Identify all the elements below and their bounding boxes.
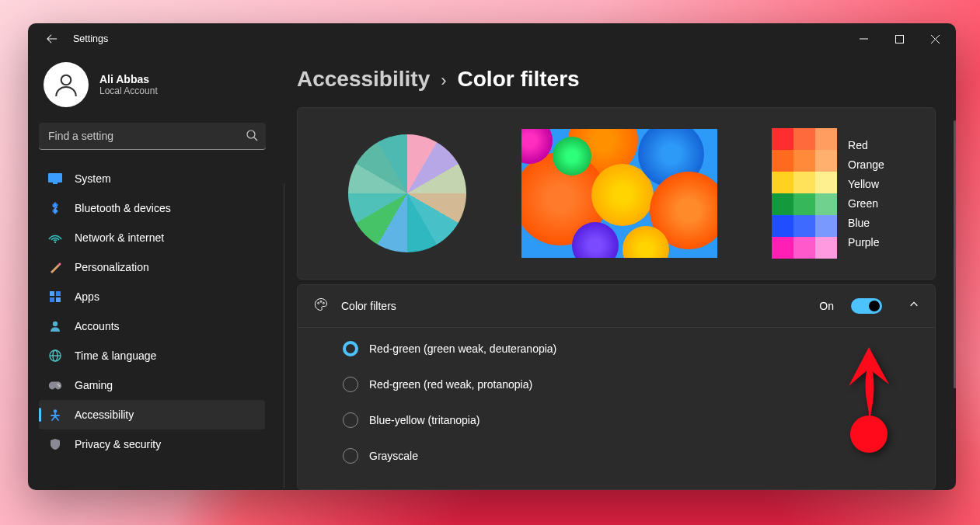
swatch-cell xyxy=(793,237,815,259)
breadcrumb-parent[interactable]: Accessibility xyxy=(297,67,430,92)
radio-icon xyxy=(343,341,358,356)
nav-label: System xyxy=(75,172,111,185)
nav-label: Time & language xyxy=(75,349,156,362)
swatch-cell xyxy=(815,172,837,193)
svg-point-22 xyxy=(320,301,322,302)
svg-line-6 xyxy=(254,137,257,141)
sidebar-item-network-internet[interactable]: Network & internet xyxy=(39,223,265,252)
svg-point-4 xyxy=(61,75,71,85)
swatch-cell xyxy=(793,193,815,215)
chevron-right-icon: › xyxy=(441,71,446,91)
chevron-up-icon[interactable] xyxy=(909,299,919,313)
swatch-cell xyxy=(793,128,815,150)
radio-icon xyxy=(343,377,358,392)
nav-icon xyxy=(48,349,62,363)
nav-label: Accessibility xyxy=(75,409,134,421)
svg-point-5 xyxy=(247,130,255,138)
svg-rect-10 xyxy=(50,291,54,296)
svg-point-23 xyxy=(323,302,324,304)
filter-option[interactable]: Red-green (red weak, protanopia) xyxy=(343,367,919,402)
minimize-button[interactable] xyxy=(846,23,881,54)
filter-option[interactable]: Grayscale xyxy=(343,438,919,474)
back-button[interactable] xyxy=(42,29,62,49)
sidebar-item-time-language[interactable]: Time & language xyxy=(39,341,265,370)
search-field[interactable] xyxy=(39,123,266,150)
swatch-cell xyxy=(815,150,837,172)
user-name: Ali Abbas xyxy=(99,73,158,85)
profile[interactable]: Ali Abbas Local Account xyxy=(39,54,266,123)
app-title: Settings xyxy=(73,33,108,44)
sidebar-item-bluetooth-devices[interactable]: Bluetooth & devices xyxy=(39,193,265,223)
account-type: Local Account xyxy=(99,85,158,96)
nav-label: Personalization xyxy=(75,261,149,273)
color-filters-toggle-row[interactable]: Color filters On xyxy=(298,285,935,327)
svg-point-14 xyxy=(53,322,58,326)
svg-rect-1 xyxy=(895,35,903,43)
nav-icon xyxy=(48,378,62,392)
toggle-state-text: On xyxy=(819,300,834,312)
svg-point-21 xyxy=(318,302,319,304)
sidebar-item-privacy-security[interactable]: Privacy & security xyxy=(39,429,265,459)
swatch-cell xyxy=(815,237,837,259)
nav-label: Apps xyxy=(75,290,99,303)
swatch-labels: RedOrangeYellowGreenBluePurple xyxy=(848,139,884,249)
search-icon xyxy=(246,129,258,144)
sidebar-item-personalization[interactable]: Personalization xyxy=(39,252,265,282)
nav-icon xyxy=(48,172,62,186)
breadcrumb: Accessibility › Color filters xyxy=(297,67,936,92)
sidebar-item-apps[interactable]: Apps xyxy=(39,282,265,311)
swatch-label: Green xyxy=(848,197,884,210)
nav-label: Accounts xyxy=(75,320,120,332)
nav-label: Gaming xyxy=(75,379,113,391)
sidebar-item-accounts[interactable]: Accounts xyxy=(39,311,265,341)
swatch-cell xyxy=(793,150,815,172)
svg-rect-12 xyxy=(50,297,54,302)
setting-label: Color filters xyxy=(341,300,807,312)
swatch-label: Blue xyxy=(848,217,884,229)
option-label: Blue-yellow (tritanopia) xyxy=(369,414,480,426)
svg-point-18 xyxy=(58,384,59,385)
swatch-cell xyxy=(772,150,793,172)
radio-icon xyxy=(343,448,358,464)
swatch-grid xyxy=(772,128,837,259)
svg-rect-8 xyxy=(53,183,58,184)
preview-card: RedOrangeYellowGreenBluePurple xyxy=(297,107,936,280)
swatch-cell xyxy=(772,237,793,259)
close-button[interactable] xyxy=(917,23,953,54)
sidebar-item-system[interactable]: System xyxy=(39,164,265,193)
color-wheel-preview xyxy=(348,134,466,252)
search-input[interactable] xyxy=(39,123,266,150)
filter-option[interactable]: Red-green (green weak, deuteranopia) xyxy=(343,331,919,367)
swatch-label: Red xyxy=(848,139,884,151)
svg-rect-13 xyxy=(56,297,61,302)
page-title: Color filters xyxy=(458,67,580,92)
filter-option[interactable]: Blue-yellow (tritanopia) xyxy=(343,402,919,438)
swatch-cell xyxy=(772,172,793,193)
swatch-label: Orange xyxy=(848,158,884,171)
swatch-panel: RedOrangeYellowGreenBluePurple xyxy=(772,128,884,259)
sidebar-item-accessibility[interactable]: Accessibility xyxy=(39,400,265,429)
nav-icon xyxy=(48,201,62,215)
option-label: Red-green (red weak, protanopia) xyxy=(369,378,532,391)
nav-icon xyxy=(48,319,62,333)
sidebar-item-gaming[interactable]: Gaming xyxy=(39,370,265,400)
settings-window: Settings Ali Abbas Local Account xyxy=(28,23,956,490)
swatch-cell xyxy=(815,193,837,215)
nav-label: Privacy & security xyxy=(75,438,161,450)
nav-icon xyxy=(48,290,62,304)
nav-label: Bluetooth & devices xyxy=(75,202,171,214)
maximize-button[interactable] xyxy=(881,23,917,54)
svg-point-19 xyxy=(58,385,60,387)
swatch-cell xyxy=(772,193,793,215)
nav-icon xyxy=(48,260,62,274)
nav-icon xyxy=(48,408,62,422)
scrollbar[interactable] xyxy=(954,120,956,388)
swatch-cell xyxy=(793,215,815,237)
svg-rect-11 xyxy=(56,291,61,296)
annotation-arrow xyxy=(838,344,900,456)
option-label: Red-green (green weak, deuteranopia) xyxy=(369,342,556,355)
photo-preview xyxy=(521,129,717,258)
color-filters-toggle[interactable] xyxy=(851,298,882,314)
swatch-label: Yellow xyxy=(848,178,884,190)
main-content: Accessibility › Color filters xyxy=(277,54,956,490)
